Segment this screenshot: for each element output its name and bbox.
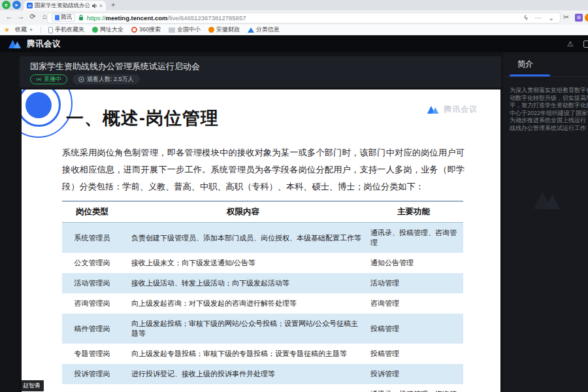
slide-title: 一、概述-岗位管理 [66, 106, 219, 130]
tencent-doc-icon [55, 15, 59, 20]
slide-paragraph: 系统采用岗位角色制管理，即各管理模块中的接收对象为某一或多个部门时，该部门中对应… [62, 144, 465, 195]
bookmark-national[interactable]: 全国中小 [166, 25, 203, 34]
table-row: 投诉管理岗进行投诉登记、接收上级的投诉事件并处理等投诉管理 [62, 364, 463, 384]
decor-circle-solid [25, 92, 52, 118]
caret-down-icon: ▼ [29, 27, 33, 32]
browser-address-bar: ← → ⟳ ⌂ 腾讯 https://meeting.tencent.com/l… [0, 10, 588, 25]
clipped-header-icon[interactable] [583, 41, 588, 48]
lock-icon[interactable] [78, 14, 84, 21]
back-icon[interactable]: ← [4, 12, 14, 20]
url-path: /live/6465123673812785857 [168, 14, 246, 22]
tab-intro[interactable]: 简介 [517, 59, 533, 70]
orange-site-icon [208, 27, 214, 33]
triangle-site-icon [248, 27, 254, 33]
site-identity-badge[interactable]: 腾讯 [52, 14, 75, 22]
table-row: 系统管理员负责创建下级管理员、添加本部门成员、岗位授权、本级基础配置工作等通讯录… [62, 223, 463, 253]
intro-line: 动数字化转型升级，切实提高学生资助战线服务水 [510, 95, 588, 103]
table-row: 咨询管理岗向上级发起咨询；对下级发起的咨询进行解答处理等咨询管理 [62, 293, 463, 314]
live-status-badge: 直播中 [30, 74, 67, 84]
intro-sidebar: 简介 为深入贯彻落实党组教育数字化战略行动要求，推 动数字化转型升级，切实提高学… [503, 52, 588, 392]
table-row: 稿件管理岗向上级发起投稿；审核下级的网站/公众号投稿；设置网站/公众号征稿主题等… [62, 314, 463, 344]
url-protocol: https:// [87, 14, 106, 22]
table-row: 活动管理岗接收上级活动、转发上级活动；向下级发起活动等活动管理 [62, 273, 463, 293]
tab-active-underline [510, 74, 550, 76]
bookmark-favorites[interactable]: 收藏▼ [12, 25, 36, 34]
scissors-icon[interactable]: ✂ [563, 13, 569, 22]
reload-icon[interactable]: ⟳ [27, 12, 38, 21]
meeting-info-bar: 国家学生资助战线办公管理系统试运行启动会 直播中 观看人数: 2.5万人 [20, 56, 501, 88]
intro-text: 为深入贯彻落实党组教育数字化战略行动要求，推 动数字化转型升级，切实提高学生资助… [510, 87, 588, 133]
brand-name[interactable]: 腾讯会议 [27, 39, 61, 50]
360-search-icon [131, 27, 137, 33]
col-header-function: 主要功能 [364, 201, 463, 223]
table-header-row: 岗位类型 权限内容 主要功能 [62, 201, 463, 223]
tab-title: 国家学生资助战线办公管理 [35, 2, 90, 10]
presentation-slide: 一、概述-岗位管理 腾讯会议 系统采用岗位角色制管理，即各管理模块中的接收对象为… [22, 90, 500, 392]
badge-row: 直播中 观看人数: 2.5万人 [30, 74, 140, 84]
table-row: 专题管理岗向上级发起专题投稿；审核下级的专题投稿；设置专题征稿的主题等投稿管理 [62, 344, 463, 364]
browser-tab[interactable]: M 国家学生资助战线办公管理 × [24, 1, 106, 10]
col-header-permission: 权限内容 [122, 201, 364, 223]
favorites-star-icon[interactable]: ★ [4, 26, 10, 33]
sidebar-tab-bar: 简介 [503, 52, 588, 77]
url-field[interactable]: 腾讯 https://meeting.tencent.com/live/6465… [47, 12, 561, 24]
new-tab-button[interactable]: + [111, 1, 115, 8]
tab-audio-icon[interactable] [92, 3, 97, 8]
site-badge-label: 腾讯 [61, 14, 72, 22]
viewers-count: 观看人数: 2.5万人 [87, 75, 134, 84]
table-row: 公文管理岗接收上级来文；向下级发送通知/公告等通知公告管理 [62, 253, 463, 273]
more-options-icon[interactable]: ··· [533, 14, 544, 22]
warning-icon[interactable]: ⚠ [567, 40, 574, 48]
bookmark-classified[interactable]: 分类信息 [245, 25, 282, 34]
col-header-role: 岗位类型 [62, 201, 122, 223]
screen: e ▸ M 国家学生资助战线办公管理 × + ← → ⟳ ⌂ 腾讯 https:… [0, 0, 588, 392]
tab-close-icon[interactable]: × [99, 3, 103, 9]
slide-logo: 腾讯会议 [427, 104, 478, 115]
sidebar-watermark-logo-icon [532, 188, 566, 210]
intro-line: 战线办公管理系统试运行工作 [510, 125, 588, 133]
phone-icon [48, 27, 53, 33]
bookmark-anhui-finance[interactable]: 安徽财政 [206, 25, 242, 34]
play-circle-icon [78, 76, 84, 82]
url-text[interactable]: https://meeting.tencent.com/live/6465123… [87, 14, 519, 22]
broadcast-icon [36, 76, 42, 82]
slide-logo-icon [427, 105, 441, 114]
bookmark-site-directory[interactable]: 网址大全 [90, 25, 126, 34]
roles-table: 岗位类型 权限内容 主要功能 系统管理员负责创建下级管理员、添加本部门成员、岗位… [62, 201, 463, 392]
intro-line: 为稳步推进系统全国上线运行，经研究，现开展资助 [510, 117, 588, 125]
intro-line: 平，努力打造学生资助数字化服务新生态，全国资助 [510, 102, 588, 110]
lightning-icon[interactable]: ϟ [522, 14, 529, 22]
viewers-badge: 观看人数: 2.5万人 [73, 74, 140, 84]
clipped-extension-icon[interactable] [585, 14, 588, 22]
live-label: 直播中 [44, 75, 61, 84]
speaker-name-tag: 赵智勇 [20, 380, 44, 391]
dropdown-chevron-icon[interactable]: ⌄ [547, 14, 556, 22]
intro-line: 中心于2022年组织建设了国家学生资助战线办公 [510, 110, 588, 118]
forward-icon[interactable]: → [16, 12, 26, 20]
profile-icon[interactable]: ▸ [12, 1, 21, 9]
table-row: 普通用户查看组织、成员信息；发起投稿；发起咨询通讯录、投稿管理、咨询管理 [62, 384, 463, 392]
flag-icon [169, 27, 175, 33]
bookmarks-divider [41, 27, 41, 33]
site-header: 腾讯会议 ⚠ [0, 35, 588, 52]
intro-line: 为深入贯彻落实党组教育数字化战略行动要求，推 [510, 87, 588, 95]
bookmarks-bar: ★ 收藏▼ 手机收藏夹 网址大全 360搜索 全国中小 安徽财政 分类信息 [0, 25, 588, 35]
meeting-title: 国家学生资助战线办公管理系统试运行启动会 [30, 61, 200, 73]
extension-icon[interactable]: ⊞ [575, 14, 583, 22]
bookmark-phone-favorites[interactable]: 手机收藏夹 [46, 25, 87, 34]
tencent-meeting-logo-icon[interactable] [8, 39, 24, 49]
tab-favicon-icon: M [27, 3, 33, 8]
slide-logo-text: 腾讯会议 [444, 104, 478, 115]
browser-logo-icon[interactable]: e [2, 1, 10, 9]
browser-tab-strip: e ▸ M 国家学生资助战线办公管理 × + [0, 0, 588, 10]
green-site-icon [92, 27, 98, 33]
url-host: meeting.tencent.com [106, 14, 168, 22]
bookmark-360-search[interactable]: 360搜索 [129, 25, 163, 34]
